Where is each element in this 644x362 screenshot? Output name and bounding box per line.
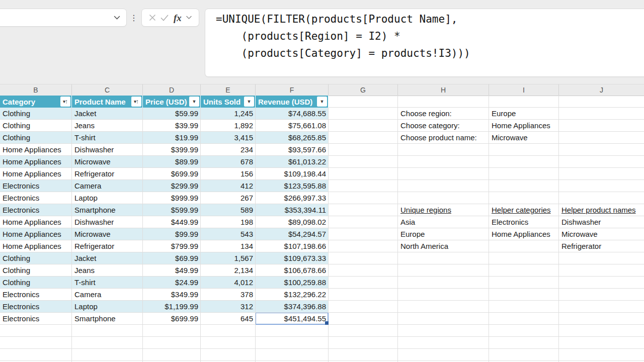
cell-E2[interactable]: 1,245 <box>201 108 256 120</box>
cell-G3[interactable] <box>329 120 398 132</box>
cell-E20[interactable] <box>201 325 256 337</box>
cell-C7[interactable]: Refrigerator <box>72 168 143 180</box>
cell-F4[interactable]: $68,265.85 <box>256 132 329 144</box>
cell-B12[interactable]: Home Appliances <box>0 228 72 240</box>
cell-E12[interactable]: 543 <box>201 228 256 240</box>
cell-H19[interactable] <box>398 313 489 325</box>
column-header-B[interactable]: B <box>0 84 72 96</box>
cell-G6[interactable] <box>329 156 398 168</box>
cell-B13[interactable]: Home Appliances <box>0 240 72 252</box>
cell-E21[interactable] <box>201 337 256 349</box>
cell-I19[interactable] <box>489 313 559 325</box>
cell-C8[interactable]: Camera <box>72 180 143 192</box>
cell-J18[interactable] <box>559 301 644 313</box>
column-header-E[interactable]: E <box>201 84 256 96</box>
cell-B5[interactable]: Home Appliances <box>0 144 72 156</box>
cell-B4[interactable]: Clothing <box>0 132 72 144</box>
cell-D7[interactable]: $699.99 <box>143 168 201 180</box>
cell-C4[interactable]: T-shirt <box>72 132 143 144</box>
cell-C18[interactable]: Laptop <box>72 301 143 313</box>
cell-I7[interactable] <box>489 168 559 180</box>
cell-F21[interactable] <box>256 337 329 349</box>
cell-F14[interactable]: $109,673.33 <box>256 252 329 264</box>
cell-E10[interactable]: 589 <box>201 204 256 216</box>
cell-H10[interactable]: Unique regions <box>398 204 489 216</box>
cell-J9[interactable] <box>559 192 644 204</box>
cell-G2[interactable] <box>329 108 398 120</box>
cell-E9[interactable]: 267 <box>201 192 256 204</box>
cell-E16[interactable]: 4,012 <box>201 277 256 289</box>
cell-B14[interactable]: Clothing <box>0 252 72 264</box>
cell-B9[interactable]: Electronics <box>0 192 72 204</box>
cell-F9[interactable]: $266,997.33 <box>256 192 329 204</box>
cell-G8[interactable] <box>329 180 398 192</box>
filter-dropdown-button[interactable]: ▼ <box>189 97 199 107</box>
cell-J4[interactable] <box>559 132 644 144</box>
cell-H8[interactable] <box>398 180 489 192</box>
cell-J11[interactable]: Dishwasher <box>559 216 644 228</box>
cell-H1[interactable] <box>398 96 489 108</box>
cell-J12[interactable]: Microwave <box>559 228 644 240</box>
cell-G19[interactable] <box>329 313 398 325</box>
cell-E3[interactable]: 1,892 <box>201 120 256 132</box>
formula-input[interactable]: =UNIQUE(FILTER(products[Product Name], (… <box>205 9 644 77</box>
cell-G7[interactable] <box>329 168 398 180</box>
cell-J13[interactable]: Refrigerator <box>559 240 644 252</box>
cell-C16[interactable]: T-shirt <box>72 277 143 289</box>
cell-D17[interactable]: $349.99 <box>143 289 201 301</box>
filter-sort-ascending-button[interactable]: ▾↑ <box>131 97 141 107</box>
cell-D13[interactable]: $799.99 <box>143 240 201 252</box>
cell-H21[interactable] <box>398 337 489 349</box>
cell-I6[interactable] <box>489 156 559 168</box>
cell-H16[interactable] <box>398 277 489 289</box>
cell-B19[interactable]: Electronics <box>0 313 72 325</box>
table-header-units-sold[interactable]: Units Sold▼ <box>201 96 256 108</box>
cell-D9[interactable]: $999.99 <box>143 192 201 204</box>
cell-I5[interactable] <box>489 144 559 156</box>
cell-H12[interactable]: Europe <box>398 228 489 240</box>
cell-E4[interactable]: 3,415 <box>201 132 256 144</box>
cell-B3[interactable]: Clothing <box>0 120 72 132</box>
cell-I14[interactable] <box>489 252 559 264</box>
cell-F7[interactable]: $109,198.44 <box>256 168 329 180</box>
cell-I9[interactable] <box>489 192 559 204</box>
cell-G20[interactable] <box>329 325 398 337</box>
cell-I1[interactable] <box>489 96 559 108</box>
filter-dropdown-button[interactable]: ▼ <box>244 97 254 107</box>
cell-I12[interactable]: Home Appliances <box>489 228 559 240</box>
cell-B18[interactable]: Electronics <box>0 301 72 313</box>
cell-F2[interactable]: $74,688.55 <box>256 108 329 120</box>
column-header-H[interactable]: H <box>398 84 489 96</box>
cell-C20[interactable] <box>72 325 143 337</box>
cell-D20[interactable] <box>143 325 201 337</box>
cell-H2[interactable]: Choose region: <box>398 108 489 120</box>
cell-H9[interactable] <box>398 192 489 204</box>
cell-F18[interactable]: $374,396.88 <box>256 301 329 313</box>
table-header-revenue-usd[interactable]: Revenue (USD)▼ <box>256 96 329 108</box>
cell-J14[interactable] <box>559 252 644 264</box>
cell-F20[interactable] <box>256 325 329 337</box>
column-header-D[interactable]: D <box>143 84 201 96</box>
cell-G21[interactable] <box>329 337 398 349</box>
cell-J17[interactable] <box>559 289 644 301</box>
insert-function-fx-icon[interactable]: fx <box>174 13 182 23</box>
cell-F16[interactable]: $100,259.88 <box>256 277 329 289</box>
cell-B8[interactable]: Electronics <box>0 180 72 192</box>
cell-C5[interactable]: Dishwasher <box>72 144 143 156</box>
cell-D10[interactable]: $599.99 <box>143 204 201 216</box>
cell-D5[interactable]: $399.99 <box>143 144 201 156</box>
cell-F6[interactable]: $61,013.22 <box>256 156 329 168</box>
cell-G5[interactable] <box>329 144 398 156</box>
cell-H7[interactable] <box>398 168 489 180</box>
cell-H5[interactable] <box>398 144 489 156</box>
cell-I18[interactable] <box>489 301 559 313</box>
cell-B20[interactable] <box>0 325 72 337</box>
cell-B6[interactable]: Home Appliances <box>0 156 72 168</box>
cell-B17[interactable]: Electronics <box>0 289 72 301</box>
cell-J8[interactable] <box>559 180 644 192</box>
cell-D18[interactable]: $1,199.99 <box>143 301 201 313</box>
cell-F19[interactable]: $451,494.55 <box>256 313 329 325</box>
table-header-price-usd[interactable]: Price (USD)▼ <box>143 96 201 108</box>
column-header-I[interactable]: I <box>489 84 559 96</box>
cell-C17[interactable]: Camera <box>72 289 143 301</box>
